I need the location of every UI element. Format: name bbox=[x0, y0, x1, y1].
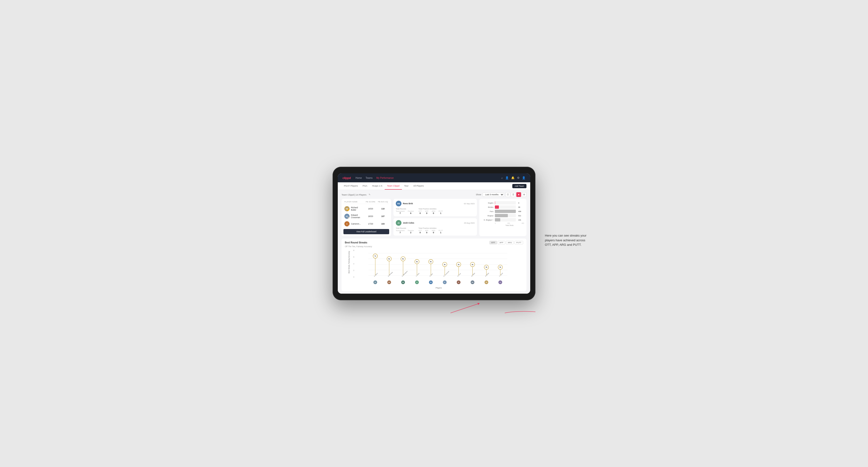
pb-score: 17/20 bbox=[364, 223, 378, 225]
player-card: RB Rees Britt 02 Sep 2023 Total Rounds T… bbox=[394, 199, 477, 216]
tab-putt[interactable]: PUTT bbox=[515, 241, 523, 244]
nav-home[interactable]: Home bbox=[355, 177, 362, 179]
pb-score: 18/20 bbox=[364, 215, 378, 217]
y-tick-6: 6 bbox=[353, 256, 354, 258]
bar-fill-bogeys bbox=[495, 214, 508, 217]
rounds-label: Total Rounds bbox=[396, 227, 414, 229]
svg-text:7x: 7x bbox=[375, 255, 376, 257]
lb-header: PLAYER NAME PB SCORE PB AVG SQ bbox=[343, 201, 389, 204]
navbar: clippd Home Teams My Performance ⌕ 👤 🔔 ⚙… bbox=[338, 173, 530, 182]
table-row[interactable]: EC 2 Edward Crossman 18/20 107 bbox=[343, 213, 389, 220]
practice-activities-group: Total Practice Activities OTT 0 APP bbox=[418, 208, 443, 214]
tournament-rounds: Tournament 7 bbox=[396, 210, 404, 214]
svg-text:E. Crossman: E. Crossman bbox=[443, 271, 450, 277]
team-name: Team Clippd | 14 Players bbox=[342, 193, 366, 196]
bar-row-pars: Pars 499 bbox=[482, 210, 524, 213]
player-info: C 3 Cameron... bbox=[344, 221, 364, 226]
arg-stat: ARG 0 bbox=[432, 230, 435, 234]
arrow-line-2 bbox=[505, 311, 535, 313]
grid-view-btn[interactable]: ☷ bbox=[505, 192, 510, 197]
tab-arg[interactable]: ARG bbox=[506, 241, 514, 244]
card-view-btn[interactable]: ■ bbox=[516, 192, 521, 197]
user-icon[interactable]: 👤 bbox=[505, 176, 509, 180]
tab-app[interactable]: APP bbox=[498, 241, 505, 244]
settings-icon[interactable]: ⚙ bbox=[517, 176, 520, 180]
last-round-date: 26 Aug 2023 bbox=[464, 222, 474, 224]
bar-label-birdies: Birdies bbox=[482, 206, 493, 208]
ott-stat: OTT 0 bbox=[418, 230, 422, 234]
bar-fill-dbogeys bbox=[495, 218, 500, 221]
bar-chart: Eagles 3 Birdies bbox=[482, 201, 524, 221]
arg-stat: ARG 0 bbox=[432, 210, 435, 214]
avatar: C 3 bbox=[344, 221, 349, 226]
bar-val-pars: 499 bbox=[518, 210, 524, 213]
ott-stat: OTT 0 bbox=[418, 210, 422, 214]
subnav: PGAT Players PGA Hcaps 1-5 Team Clippd T… bbox=[338, 182, 530, 190]
svg-text:EC: EC bbox=[444, 282, 445, 283]
leaderboard-panel: PLAYER NAME PB SCORE PB AVG SQ RB 1 bbox=[342, 199, 391, 236]
svg-text:M. Miller: M. Miller bbox=[471, 272, 475, 277]
svg-text:R. Butler: R. Butler bbox=[485, 272, 489, 277]
subnav-pga[interactable]: PGA bbox=[360, 182, 370, 190]
subnav-all-players[interactable]: All Players bbox=[411, 182, 426, 190]
search-icon[interactable]: ⌕ bbox=[501, 176, 503, 180]
nav-links: Home Teams My Performance bbox=[355, 177, 497, 179]
bar-label-bogeys: Bogeys bbox=[482, 215, 493, 217]
last-round-date: 02 Sep 2023 bbox=[464, 203, 474, 205]
two-col-layout: PLAYER NAME PB SCORE PB AVG SQ RB 1 bbox=[342, 199, 526, 236]
subnav-tour[interactable]: Tour bbox=[402, 182, 411, 190]
subnav-team-clippd[interactable]: Team Clippd bbox=[385, 182, 402, 190]
add-team-button[interactable]: Add Team bbox=[512, 184, 526, 188]
nav-my-performance[interactable]: My Performance bbox=[376, 177, 394, 179]
bar-fill-pars bbox=[495, 210, 516, 213]
bar-chart-panel: Eagles 3 Birdies bbox=[479, 199, 526, 236]
show-label: Show bbox=[476, 193, 481, 196]
svg-text:C. Quick: C. Quick bbox=[499, 272, 503, 277]
practice-label: Total Practice Activities bbox=[418, 208, 443, 210]
player-name: Josh Coles bbox=[403, 222, 414, 224]
practice-rounds: Practice 2 bbox=[408, 230, 414, 234]
svg-text:4x: 4x bbox=[472, 264, 474, 266]
bar-val-bogeys: 311 bbox=[518, 215, 524, 217]
player-name: Cameron... bbox=[351, 223, 361, 225]
svg-text:J. Coles: J. Coles bbox=[415, 272, 420, 277]
bar-wrap-bogeys bbox=[495, 214, 516, 217]
edit-icon[interactable]: ✎ bbox=[369, 193, 371, 196]
svg-text:RB: RB bbox=[486, 282, 487, 283]
svg-text:RB: RB bbox=[430, 282, 432, 283]
pb-avg: 103 bbox=[378, 223, 388, 225]
y-axis-label: Best Streak, Fairway Accuracy bbox=[348, 251, 350, 273]
avatar-icon[interactable]: 👤 bbox=[522, 176, 526, 180]
streaks-subtitle: Off The Tee, Fairway Accuracy bbox=[345, 245, 523, 248]
view-full-leaderboard-button[interactable]: View Full Leaderboard bbox=[343, 229, 389, 234]
detail-view-btn[interactable]: ⚙ bbox=[522, 192, 526, 197]
tab-ott[interactable]: OTT bbox=[489, 241, 497, 244]
streaks-section: Best Round Streaks OTT APP ARG PUTT Off … bbox=[342, 239, 526, 291]
practice-rounds: Practice 6 bbox=[408, 210, 414, 214]
bell-icon[interactable]: 🔔 bbox=[511, 176, 515, 180]
lb-col-score: PB SCORE bbox=[364, 201, 378, 203]
annotation: Here you can see streaks your players ha… bbox=[545, 233, 590, 247]
bar-label-pars: Pars bbox=[482, 210, 493, 213]
player-name: Richard Butler bbox=[351, 206, 364, 211]
streak-chart-svg: 7xE. EbertEE6xB. McHargBM6xD. Billingham… bbox=[356, 250, 521, 285]
period-select[interactable]: Last 3 months Last 6 months Last year bbox=[483, 192, 504, 197]
subnav-pgat[interactable]: PGAT Players bbox=[342, 182, 360, 190]
bar-row-dbogeys: D. Bogeys + 131 bbox=[482, 218, 524, 221]
nav-teams[interactable]: Teams bbox=[366, 177, 372, 179]
y-tick-4: 4 bbox=[353, 263, 354, 264]
y-tick-0: 0 bbox=[353, 276, 354, 278]
subnav-hcaps[interactable]: Hcaps 1-5 bbox=[370, 182, 384, 190]
putt-stat: PUTT 1 bbox=[438, 210, 443, 214]
bar-fill-birdies bbox=[495, 206, 499, 209]
nav-icons: ⌕ 👤 🔔 ⚙ 👤 bbox=[501, 176, 526, 180]
lb-col-player: PLAYER NAME bbox=[344, 201, 364, 203]
team-header: Team Clippd | 14 Players ✎ Show Last 3 m… bbox=[342, 192, 526, 197]
player-name: Rees Britt bbox=[403, 203, 413, 205]
table-row[interactable]: C 3 Cameron... 17/20 103 bbox=[343, 220, 389, 228]
practice-label: Total Practice Activities bbox=[418, 227, 443, 229]
list-view-btn[interactable]: ☰ bbox=[511, 192, 516, 197]
svg-text:4x: 4x bbox=[444, 264, 446, 266]
table-row[interactable]: RB 1 Richard Butler 19/20 110 bbox=[343, 205, 389, 213]
tournament-rounds: Tournament 7 bbox=[396, 230, 404, 234]
